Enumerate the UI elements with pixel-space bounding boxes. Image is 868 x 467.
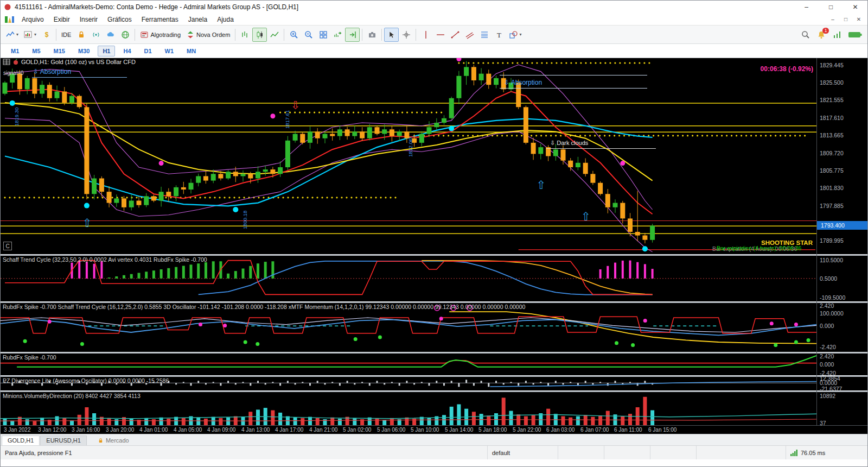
chart-header: GOLD,H1: Gold (100 oz) vs US Dollar CFD (3, 59, 136, 65)
tile-windows-button[interactable] (316, 28, 330, 42)
metaeditor-button[interactable] (74, 28, 88, 42)
candles-button[interactable] (252, 28, 267, 42)
toolbar-separator (381, 29, 382, 41)
zoom-out-button[interactable] (301, 28, 316, 42)
indicator-label: Schaff Trend Cycle (32,23,50,2.0) 0.0002… (3, 256, 207, 263)
menu-arquivo[interactable]: Arquivo (17, 15, 49, 24)
chart-shift-button[interactable] (345, 28, 360, 42)
cloud-button[interactable] (103, 28, 118, 42)
menu-ferramentas[interactable]: Ferramentas (137, 15, 183, 24)
timeframe-h1[interactable]: H1 (98, 46, 115, 56)
search-button[interactable] (798, 28, 813, 42)
pane-splitter[interactable] (1, 301, 867, 303)
cursor-icon (387, 30, 396, 39)
text-tool-button[interactable]: T (492, 28, 506, 42)
maximize-button[interactable]: □ (819, 1, 843, 14)
zoom-out-icon (304, 30, 313, 39)
bars-icon (241, 30, 250, 39)
minimize-button[interactable]: – (794, 1, 819, 14)
oscillator-pane-svg[interactable] (1, 303, 816, 352)
vline-tool-button[interactable] (418, 28, 433, 42)
dark-clouds-label: Dark clouds (557, 140, 588, 146)
market-watch-tab[interactable]: Mercado (92, 436, 135, 445)
zoom-in-icon (290, 30, 298, 39)
timeframe-m1[interactable]: M1 (6, 46, 24, 56)
chart-tab-gold-h1[interactable]: GOLD,H1 (2, 436, 40, 445)
algotrading-button[interactable]: Algotrading (137, 28, 183, 42)
chart-restore-button[interactable]: □ (840, 15, 852, 24)
pane-splitter[interactable] (1, 375, 867, 377)
price-axis-label: 1821.555 (820, 97, 844, 103)
status-profile[interactable]: default (488, 446, 558, 459)
connection-button[interactable] (845, 28, 865, 42)
dark-clouds-annotation[interactable]: ⇩ Dark clouds (550, 140, 588, 147)
new-order-icon (186, 30, 195, 39)
menu-janela[interactable]: Janela (183, 15, 212, 24)
mql5-community-button[interactable] (829, 28, 844, 42)
timeframe-w1[interactable]: W1 (160, 46, 179, 56)
signals-button[interactable] (88, 28, 103, 42)
shapes-tool-button[interactable]: ▾ (506, 28, 524, 42)
time-axis-label: 3 Jan 12:00 (38, 427, 66, 433)
absorption-annotation-left[interactable]: ⇩ Absorption (33, 68, 71, 75)
svg-text:⇩: ⇩ (291, 99, 301, 111)
chart-tab-eurusd-h1[interactable]: EURUSD,H1 (40, 436, 87, 445)
fibo-tool-button[interactable] (477, 28, 492, 42)
timeframe-m15[interactable]: M15 (49, 46, 70, 56)
price-axis-label: 0.000 (820, 361, 834, 368)
price-axis-label: 37 (820, 420, 826, 426)
menu-ajuda[interactable]: Ajuda (212, 15, 239, 24)
absorption-annotation-right[interactable]: ⇩ Absorption (504, 79, 542, 86)
screenshot-button[interactable] (365, 28, 379, 42)
timeframe-m30[interactable]: M30 (73, 46, 94, 56)
chart-type-button[interactable]: ▾ (3, 28, 21, 42)
zoom-in-button[interactable] (286, 28, 301, 42)
chart-region[interactable]: GOLD,H1: Gold (100 oz) vs US Dollar CFD … (1, 58, 867, 434)
menu-graficos[interactable]: Gráficos (103, 15, 137, 24)
chart-minimize-button[interactable]: – (827, 15, 839, 24)
timeframe-mn[interactable]: MN (182, 46, 201, 56)
chart-close-button[interactable]: ✕ (853, 15, 865, 24)
hline-tool-button[interactable] (433, 28, 448, 42)
symbols-button[interactable]: $ (39, 28, 54, 42)
time-axis-label: 4 Jan 21:00 (309, 427, 337, 433)
line-chart-button[interactable] (267, 28, 282, 42)
pane-splitter[interactable] (1, 390, 867, 392)
status-cell (650, 446, 697, 459)
trendline-tool-button[interactable] (448, 28, 462, 42)
text-icon: T (495, 30, 503, 39)
pane-splitter[interactable] (1, 254, 867, 256)
crosshair-button[interactable] (399, 28, 413, 42)
battery-icon (848, 31, 862, 39)
new-order-button[interactable]: Nova Ordem (183, 28, 233, 42)
algotrading-icon (140, 30, 149, 39)
rotated-price-label: 1800.18 (242, 211, 248, 229)
symbol-icon[interactable] (12, 59, 19, 65)
auto-scroll-button[interactable] (330, 28, 345, 42)
time-axis-label: 4 Jan 09:00 (207, 427, 235, 433)
time-axis-label: 3 Jan 16:00 (72, 427, 100, 433)
signals-icon (92, 30, 100, 39)
menu-exibir[interactable]: Exibir (49, 15, 75, 24)
timeframe-d1[interactable]: D1 (139, 46, 157, 56)
channel-tool-button[interactable] (462, 28, 477, 42)
price-axis-label: 1825.500 (820, 79, 844, 86)
mt5-logo-icon (5, 16, 15, 23)
camera-icon (368, 30, 376, 39)
close-button[interactable]: ✕ (843, 1, 867, 14)
rubdfx-pane-svg[interactable] (1, 354, 816, 375)
cursor-button[interactable] (384, 28, 399, 42)
close-icon: ✕ (857, 16, 861, 22)
ide-button[interactable]: IDE (59, 28, 74, 42)
menu-inserir[interactable]: Inserir (75, 15, 103, 24)
timeframe-m5[interactable]: M5 (27, 46, 45, 56)
table-icon[interactable] (3, 59, 10, 65)
notifications-button[interactable]: 1 (814, 28, 828, 42)
pane-splitter[interactable] (1, 352, 867, 354)
market-web-button[interactable] (118, 28, 132, 42)
bars-button[interactable] (238, 28, 252, 42)
timeframe-h4[interactable]: H4 (118, 46, 136, 56)
one-click-trading-box[interactable]: C (3, 242, 12, 250)
close-icon: ✕ (852, 3, 858, 11)
new-chart-button[interactable]: ▾ (21, 28, 39, 42)
